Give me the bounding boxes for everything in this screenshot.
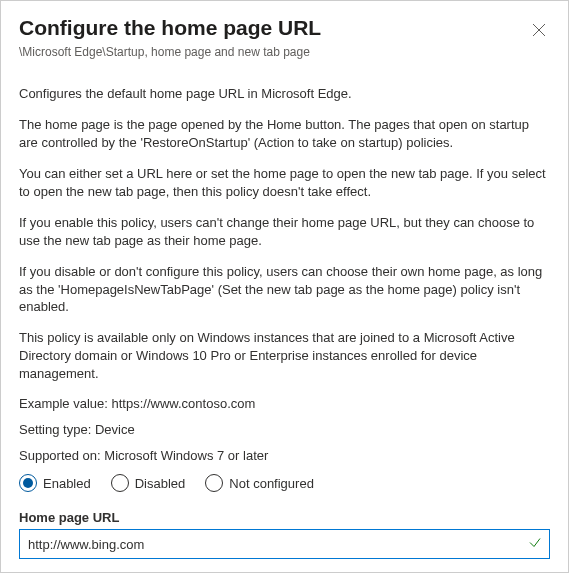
radio-disabled[interactable]: Disabled <box>111 474 186 492</box>
state-radio-group: Enabled Disabled Not configured <box>19 474 550 492</box>
radio-enabled[interactable]: Enabled <box>19 474 91 492</box>
supported-on: Supported on: Microsoft Windows 7 or lat… <box>19 448 550 463</box>
radio-not-configured[interactable]: Not configured <box>205 474 314 492</box>
page-title: Configure the home page URL <box>19 15 321 41</box>
supported-on-value: Microsoft Windows 7 or later <box>104 448 268 463</box>
example-label: Example value: <box>19 396 108 411</box>
description-paragraph: If you disable or don't configure this p… <box>19 263 550 317</box>
description-paragraph: If you enable this policy, users can't c… <box>19 214 550 250</box>
home-page-url-label: Home page URL <box>19 510 550 525</box>
setting-type-value: Device <box>95 422 135 437</box>
setting-type-label: Setting type: <box>19 422 91 437</box>
policy-description: Configures the default home page URL in … <box>19 85 550 559</box>
description-paragraph: Configures the default home page URL in … <box>19 85 550 103</box>
description-paragraph: The home page is the page opened by the … <box>19 116 550 152</box>
breadcrumb: \Microsoft Edge\Startup, home page and n… <box>19 45 550 59</box>
supported-on-label: Supported on: <box>19 448 101 463</box>
example-value: Example value: https://www.contoso.com <box>19 396 550 411</box>
description-paragraph: This policy is available only on Windows… <box>19 329 550 383</box>
radio-label: Not configured <box>229 476 314 491</box>
example-text: https://www.contoso.com <box>112 396 256 411</box>
description-paragraph: You can either set a URL here or set the… <box>19 165 550 201</box>
radio-label: Disabled <box>135 476 186 491</box>
close-icon[interactable] <box>528 19 550 43</box>
radio-label: Enabled <box>43 476 91 491</box>
home-page-url-input[interactable] <box>19 529 550 559</box>
setting-type: Setting type: Device <box>19 422 550 437</box>
